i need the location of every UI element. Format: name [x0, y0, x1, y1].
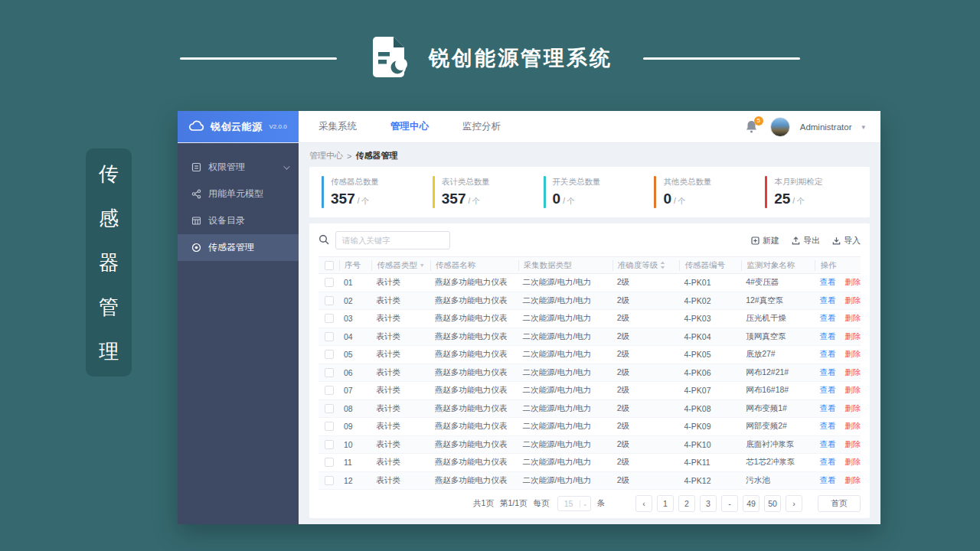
view-link[interactable]: 查看 [819, 403, 835, 414]
delete-link[interactable]: 删除 [844, 385, 861, 396]
home-page-button[interactable]: 首页 [818, 495, 861, 512]
cell-code: 4-PK01 [679, 278, 741, 287]
cell-data-type: 二次能源/电力/电力 [518, 457, 612, 468]
cell-no: 03 [339, 314, 371, 323]
import-button[interactable]: 导入 [832, 235, 861, 246]
cell-no: 07 [339, 386, 371, 395]
cell-target: 网布变频1# [741, 403, 815, 414]
cell-target: 顶网真空泵 [741, 331, 815, 342]
delete-link[interactable]: 删除 [844, 277, 861, 288]
cell-type: 表计类 [371, 331, 430, 342]
delete-link[interactable]: 删除 [844, 367, 861, 378]
cell-type: 表计类 [371, 439, 430, 450]
cell-name: 燕赵多功能电力仪表 [430, 457, 518, 468]
sidebar-item-sensor-management[interactable]: 传感器管理 [178, 234, 299, 261]
nav-item-monitor[interactable]: 监控分析 [462, 120, 501, 133]
import-arrow-down-icon [832, 236, 841, 245]
col-header-code: 传感器编号 [679, 260, 741, 271]
cell-code: 4-PK11 [679, 458, 741, 467]
cell-code: 4-PK04 [679, 332, 741, 341]
page-number-button[interactable]: 2 [678, 495, 695, 512]
page-number-button[interactable]: 50 [764, 495, 781, 512]
sidebar-item-permissions[interactable]: 权限管理 [178, 154, 299, 181]
view-link[interactable]: 查看 [819, 349, 835, 360]
sensor-table-card: 新建 导出 [309, 223, 870, 518]
sidebar-item-device-catalog[interactable]: 设备目录 [178, 207, 299, 234]
new-button[interactable]: 新建 [751, 235, 779, 246]
view-link[interactable]: 查看 [819, 439, 835, 450]
user-avatar[interactable] [770, 117, 790, 137]
view-link[interactable]: 查看 [819, 385, 835, 396]
export-button[interactable]: 导出 [792, 235, 820, 246]
stat-color-bar [765, 176, 767, 208]
row-checkbox[interactable] [325, 386, 334, 395]
page-number-button[interactable]: 49 [743, 495, 760, 512]
nav-item-collect[interactable]: 采集系统 [318, 120, 357, 133]
delete-link[interactable]: 删除 [844, 295, 861, 306]
row-checkbox[interactable] [325, 368, 334, 377]
app-logo: 锐创云能源 V2.0.0 [178, 111, 299, 142]
row-checkbox[interactable] [325, 314, 334, 323]
nav-item-manage[interactable]: 管理中心 [390, 120, 429, 133]
row-checkbox[interactable] [325, 422, 334, 431]
row-checkbox[interactable] [325, 476, 334, 485]
sidebar-item-energy-unit-model[interactable]: 用能单元模型 [178, 181, 299, 207]
delete-link[interactable]: 删除 [844, 475, 861, 486]
breadcrumb-current: 传感器管理 [355, 150, 397, 161]
cell-no: 04 [339, 332, 371, 341]
side-tag-char: 传 [99, 164, 119, 184]
per-page-select[interactable]: 15 ⌄ [557, 496, 591, 511]
notification-bell-icon[interactable]: 5 [745, 119, 760, 135]
view-link[interactable]: 查看 [819, 367, 835, 378]
search-input[interactable] [335, 231, 450, 249]
row-checkbox[interactable] [325, 278, 334, 287]
view-link[interactable]: 查看 [819, 457, 835, 468]
cell-no: 06 [339, 368, 371, 377]
view-link[interactable]: 查看 [819, 475, 835, 486]
row-checkbox[interactable] [325, 440, 334, 449]
row-checkbox[interactable] [325, 350, 334, 359]
cell-accuracy: 2级 [612, 277, 680, 288]
select-all-checkbox[interactable] [325, 261, 334, 270]
page-number-button[interactable]: - [721, 495, 738, 512]
new-plus-icon [751, 236, 760, 245]
filter-icon[interactable]: ▼ [420, 262, 425, 268]
view-link[interactable]: 查看 [819, 421, 835, 432]
page-number-button[interactable]: 3 [700, 495, 717, 512]
row-checkbox[interactable] [325, 296, 334, 305]
view-link[interactable]: 查看 [819, 295, 835, 306]
delete-link[interactable]: 删除 [844, 349, 861, 360]
view-link[interactable]: 查看 [819, 277, 835, 288]
pagination-current: 第1/1页 [500, 498, 528, 509]
cell-accuracy: 2级 [612, 331, 680, 342]
cell-no: 12 [339, 476, 371, 485]
delete-link[interactable]: 删除 [844, 457, 861, 468]
delete-link[interactable]: 删除 [844, 439, 861, 450]
stat-unit: / 个 [674, 197, 686, 205]
row-checkbox[interactable] [325, 332, 334, 341]
side-tag-char: 感 [99, 208, 119, 228]
page-number-button[interactable]: 1 [657, 495, 674, 512]
table-row: 03 表计类 燕赵多功能电力仪表 二次能源/电力/电力 2级 4-PK03 压光… [318, 310, 861, 328]
delete-link[interactable]: 删除 [844, 403, 861, 414]
user-name[interactable]: Administrator [800, 122, 852, 132]
view-link[interactable]: 查看 [819, 331, 835, 342]
row-checkbox[interactable] [325, 404, 334, 413]
delete-link[interactable]: 删除 [844, 313, 861, 324]
cell-code: 4-PK07 [679, 386, 741, 395]
pagination-total: 共1页 [473, 498, 494, 509]
delete-link[interactable]: 删除 [844, 331, 861, 342]
view-link[interactable]: 查看 [819, 313, 835, 324]
user-menu-caret-icon[interactable]: ▾ [861, 123, 865, 131]
row-checkbox[interactable] [325, 458, 334, 467]
cell-type: 表计类 [371, 457, 430, 468]
prev-page-button[interactable]: ‹ [635, 495, 652, 512]
sidebar-item-label: 传感器管理 [208, 241, 254, 254]
next-page-button[interactable]: › [786, 495, 802, 512]
stat-value: 0/ 个 [663, 191, 711, 207]
breadcrumb-parent[interactable]: 管理中心 [309, 150, 343, 161]
page-number-list: 123-4950 [657, 495, 781, 512]
sort-icon[interactable] [660, 261, 665, 269]
delete-link[interactable]: 删除 [844, 421, 861, 432]
cell-target: 压光机干燥 [741, 313, 815, 324]
